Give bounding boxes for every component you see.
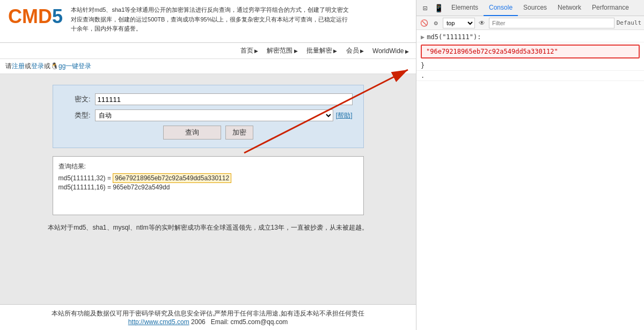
- result-line-2: md5(111111,16) = 965eb72c92a549dd: [58, 184, 358, 191]
- login-link[interactable]: 登录: [31, 62, 44, 70]
- nav-decrypt-range[interactable]: 解密范围: [262, 45, 302, 57]
- logo: CMD5: [8, 5, 63, 28]
- register-link[interactable]: 注册: [12, 62, 25, 70]
- login-bar: 请注册或登录或🐧gg一键登录: [0, 59, 416, 74]
- qq-login-link[interactable]: gg一键登录: [58, 62, 91, 70]
- result-line1-val: 96e79218965eb72c92a549dd5a330112: [113, 173, 231, 183]
- console-dot: .: [421, 72, 425, 79]
- encrypt-button[interactable]: 加密: [225, 126, 253, 140]
- result-title: 查询结果:: [58, 162, 358, 171]
- console-result-value: "96e79218965eb72c92a549dd5a330112": [426, 48, 558, 55]
- console-line-result: "96e79218965eb72c92a549dd5a330112": [421, 45, 640, 58]
- main-page: CMD5 本站针对md5、sha1等全球通用公开的加密算法进行反向查询，通过穷举…: [0, 0, 416, 330]
- logo-cmd: CMD: [8, 5, 52, 28]
- expand-icon[interactable]: ▶: [421, 33, 425, 41]
- devtools-inspect-icon[interactable]: ⊡: [419, 2, 431, 14]
- footer-year: 2006: [191, 318, 206, 326]
- result-line2-val: 965eb72c92a549dd: [113, 184, 170, 191]
- cipher-input[interactable]: [95, 93, 353, 105]
- type-row: 类型: 自动 [帮助]: [64, 109, 353, 121]
- cipher-label: 密文:: [64, 94, 91, 104]
- devtools-tabs: ⊡ 📱 Elements Console Sources Network Per…: [416, 0, 644, 16]
- footer-link[interactable]: http://www.cmd5.com: [128, 318, 189, 326]
- result-line1-eq: =: [107, 174, 113, 182]
- nav-home[interactable]: 首页: [236, 45, 263, 57]
- footer-line2: http://www.cmd5.com 2006 Email: cmd5.com…: [4, 318, 412, 326]
- filter-input[interactable]: [489, 18, 614, 28]
- nav-member[interactable]: 会员: [342, 45, 369, 57]
- cipher-row: 密文:: [64, 93, 353, 105]
- type-label: 类型:: [64, 111, 91, 120]
- nav-items: 首页 解密范围 批量解密 会员 WorldWide: [236, 45, 413, 57]
- login-or1: 或: [25, 62, 31, 70]
- nav-batch-decrypt[interactable]: 批量解密: [302, 45, 342, 57]
- context-select[interactable]: top: [443, 18, 475, 28]
- query-button[interactable]: 查询: [163, 126, 221, 140]
- tab-network[interactable]: Network: [552, 0, 587, 16]
- footer-bottom: 本站所有功能及数据仅可用于密码学研究及信息安全评估,严禁用于任何非法用途,如有违…: [0, 304, 416, 330]
- console-brace: }: [421, 62, 425, 69]
- devtools-panel: ⊡ 📱 Elements Console Sources Network Per…: [416, 0, 644, 330]
- result-line2-key: md5(111111,16): [58, 184, 106, 191]
- eye-icon[interactable]: 👁: [477, 18, 487, 28]
- login-text-prefix: 请: [5, 62, 12, 70]
- result-line-1: md5(111111,32) = 96e79218965eb72c92a549d…: [58, 174, 358, 182]
- nav-bar: 首页 解密范围 批量解密 会员 WorldWide: [0, 43, 416, 59]
- qq-icon: 🐧: [50, 62, 58, 70]
- query-form: 密文: 类型: 自动 [帮助] 查询 加密: [53, 85, 364, 148]
- footer-line1: 本站所有功能及数据仅可用于密码学研究及信息安全评估,严禁用于任何非法用途,如有违…: [4, 309, 412, 318]
- devtools-console: ▶ md5("111111"): "96e79218965eb72c92a549…: [416, 30, 644, 330]
- nav-worldwide[interactable]: WorldWide: [368, 46, 413, 56]
- help-link[interactable]: [帮助]: [336, 111, 353, 120]
- form-buttons: 查询 加密: [64, 126, 353, 140]
- footer-note: 本站对于md5、sha1、mysql、ntlm等的实时解密成功率在全球遥遥领先，…: [8, 223, 408, 232]
- header: CMD5 本站针对md5、sha1等全球通用公开的加密算法进行反向查询，通过穷举…: [0, 0, 416, 43]
- devtools-toolbar: 🚫 ⚙ top 👁 Default: [416, 16, 644, 30]
- content-area: 密文: 类型: 自动 [帮助] 查询 加密 查询结果:: [0, 74, 416, 304]
- tab-sources[interactable]: Sources: [518, 0, 552, 16]
- footer-email: Email: cmd5.com@qq.com: [207, 318, 288, 326]
- settings-icon[interactable]: ⚙: [431, 18, 441, 28]
- tab-elements[interactable]: Elements: [446, 0, 484, 16]
- tab-performance[interactable]: Performance: [587, 0, 634, 16]
- header-description: 本站针对md5、sha1等全球通用公开的加密算法进行反向查询，通过穷举字符组合的…: [71, 5, 350, 34]
- devtools-device-icon[interactable]: 📱: [433, 2, 444, 14]
- console-md5-call: md5("111111"):: [427, 33, 481, 41]
- result-line1-key: md5(111111,32): [58, 174, 106, 182]
- tab-console[interactable]: Console: [484, 0, 518, 16]
- console-line-expand: ▶ md5("111111"):: [416, 32, 644, 42]
- console-line-dot: .: [416, 71, 644, 81]
- logo-5: 5: [52, 5, 63, 28]
- console-line-brace: }: [416, 61, 644, 71]
- login-or2: 或: [44, 62, 50, 70]
- default-label: Default: [617, 19, 641, 26]
- clear-console-icon[interactable]: 🚫: [419, 18, 429, 28]
- result-box: 查询结果: md5(111111,32) = 96e79218965eb72c9…: [53, 156, 364, 215]
- type-select[interactable]: 自动: [95, 109, 333, 121]
- result-line2-eq: =: [107, 184, 113, 191]
